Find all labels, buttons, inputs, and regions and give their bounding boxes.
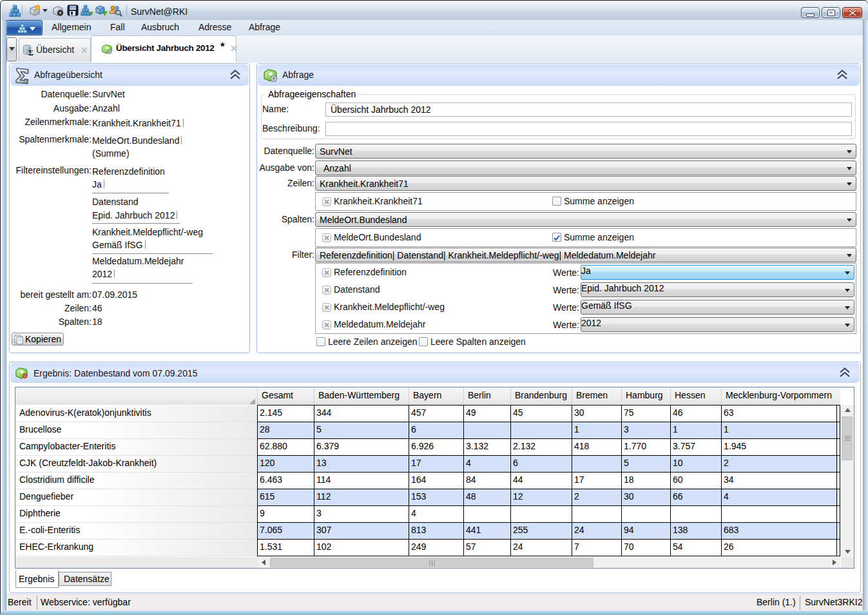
svg-text:Σ: Σ xyxy=(28,48,34,56)
